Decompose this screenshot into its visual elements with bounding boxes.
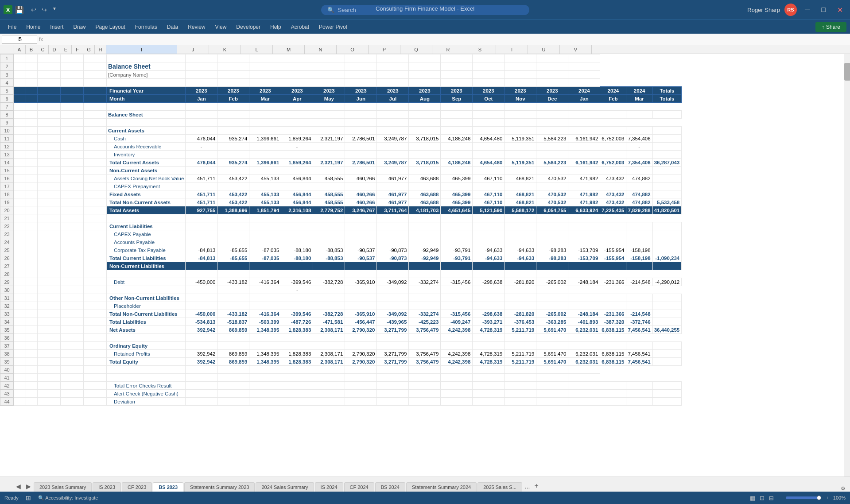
- table-cell[interactable]: -332,274: [409, 278, 441, 286]
- table-cell[interactable]: 460,266: [345, 174, 377, 182]
- tab-2023-sales-summary[interactable]: 2023 Sales Summary: [34, 482, 92, 492]
- table-cell[interactable]: [626, 398, 652, 406]
- table-cell[interactable]: [473, 302, 505, 310]
- table-cell[interactable]: [84, 71, 95, 79]
- table-cell[interactable]: [441, 374, 473, 382]
- table-cell[interactable]: 5,121,590: [473, 206, 505, 214]
- table-cell[interactable]: [107, 54, 186, 62]
- table-cell[interactable]: -90,537: [345, 254, 377, 262]
- table-cell[interactable]: 6,232,031: [568, 326, 600, 334]
- table-cell[interactable]: [186, 366, 217, 374]
- table-cell[interactable]: [26, 270, 38, 278]
- table-cell[interactable]: 468,821: [505, 190, 536, 198]
- table-cell[interactable]: [26, 398, 38, 406]
- table-cell[interactable]: [72, 190, 84, 198]
- table-cell[interactable]: [313, 230, 345, 238]
- col-header-D[interactable]: D: [49, 45, 60, 54]
- table-cell[interactable]: [84, 111, 95, 119]
- table-cell[interactable]: [38, 103, 49, 111]
- table-cell[interactable]: [186, 334, 217, 342]
- table-cell[interactable]: -92,949: [409, 254, 441, 262]
- table-cell[interactable]: [409, 262, 441, 270]
- table-cell[interactable]: 3,756,479: [409, 326, 441, 334]
- zoom-minus-button[interactable]: ─: [778, 495, 782, 500]
- table-cell[interactable]: [49, 62, 61, 71]
- table-cell[interactable]: [505, 151, 536, 159]
- table-cell[interactable]: [568, 151, 600, 159]
- table-cell[interactable]: [49, 222, 61, 230]
- table-cell[interactable]: [568, 374, 600, 382]
- table-cell[interactable]: [72, 71, 84, 79]
- table-cell[interactable]: [536, 111, 568, 119]
- table-cell[interactable]: [249, 342, 281, 350]
- table-cell[interactable]: -518,837: [217, 318, 249, 326]
- table-cell[interactable]: [49, 190, 61, 198]
- table-cell[interactable]: Mar: [626, 95, 652, 103]
- table-cell[interactable]: [72, 326, 84, 334]
- table-cell[interactable]: [61, 135, 72, 143]
- table-cell[interactable]: [186, 127, 217, 135]
- table-cell[interactable]: [505, 366, 536, 374]
- table-cell[interactable]: [345, 286, 377, 294]
- tab-statements-summary-2023[interactable]: Statements Summary 2023: [184, 482, 255, 492]
- table-cell[interactable]: [61, 382, 72, 390]
- table-cell[interactable]: [72, 87, 84, 95]
- table-cell[interactable]: [84, 151, 95, 159]
- table-cell[interactable]: [61, 310, 72, 318]
- table-cell[interactable]: [95, 182, 107, 190]
- table-cell[interactable]: [536, 167, 568, 174]
- table-cell[interactable]: [61, 334, 72, 342]
- table-cell[interactable]: [95, 87, 107, 95]
- table-cell[interactable]: [49, 270, 61, 278]
- table-cell[interactable]: 476,044: [186, 159, 217, 167]
- table-cell[interactable]: [84, 262, 95, 270]
- table-cell[interactable]: 3,756,479: [409, 350, 441, 358]
- table-cell[interactable]: [38, 302, 49, 310]
- col-header-P[interactable]: P: [369, 45, 400, 54]
- table-cell[interactable]: [409, 398, 441, 406]
- table-cell[interactable]: [505, 270, 536, 278]
- table-cell[interactable]: [95, 270, 107, 278]
- table-cell[interactable]: 7,354,406: [626, 159, 652, 167]
- table-cell[interactable]: [186, 390, 217, 398]
- table-cell[interactable]: Accounts Payable: [107, 238, 186, 246]
- table-cell[interactable]: 3,249,787: [377, 159, 409, 167]
- table-cell[interactable]: [652, 174, 682, 182]
- table-cell[interactable]: [626, 111, 652, 119]
- table-cell[interactable]: -399,546: [281, 310, 313, 318]
- table-cell[interactable]: [313, 103, 345, 111]
- table-cell[interactable]: [61, 95, 72, 103]
- table-cell[interactable]: [61, 254, 72, 262]
- table-cell[interactable]: [72, 302, 84, 310]
- table-cell[interactable]: [61, 214, 72, 222]
- table-cell[interactable]: 6,161,942: [568, 159, 600, 167]
- table-cell[interactable]: [473, 342, 505, 350]
- table-cell[interactable]: [281, 222, 313, 230]
- table-cell[interactable]: [441, 398, 473, 406]
- table-cell[interactable]: [72, 398, 84, 406]
- table-cell[interactable]: -158,198: [626, 254, 652, 262]
- table-cell[interactable]: Total Current Liabilities: [107, 254, 186, 262]
- table-cell[interactable]: [313, 167, 345, 174]
- table-cell[interactable]: 5,119,351: [505, 159, 536, 167]
- table-cell[interactable]: -503,399: [249, 318, 281, 326]
- table-cell[interactable]: Feb: [600, 95, 626, 103]
- table-cell[interactable]: [249, 167, 281, 174]
- table-cell[interactable]: [600, 262, 626, 270]
- table-cell[interactable]: [441, 103, 473, 111]
- table-cell[interactable]: 467,110: [473, 174, 505, 182]
- table-cell[interactable]: 7,456,541: [626, 326, 652, 334]
- table-cell[interactable]: [345, 119, 377, 127]
- table-cell[interactable]: Corporate Tax Payable: [107, 246, 186, 254]
- table-cell[interactable]: [345, 167, 377, 174]
- table-cell[interactable]: [473, 366, 505, 374]
- table-cell[interactable]: [377, 79, 409, 87]
- table-cell[interactable]: -94,633: [473, 246, 505, 254]
- table-cell[interactable]: [26, 198, 38, 206]
- table-cell[interactable]: 458,555: [313, 174, 345, 182]
- table-cell[interactable]: [49, 310, 61, 318]
- table-cell[interactable]: [313, 119, 345, 127]
- table-cell[interactable]: [536, 238, 568, 246]
- table-cell[interactable]: -399,546: [281, 278, 313, 286]
- table-cell[interactable]: [249, 103, 281, 111]
